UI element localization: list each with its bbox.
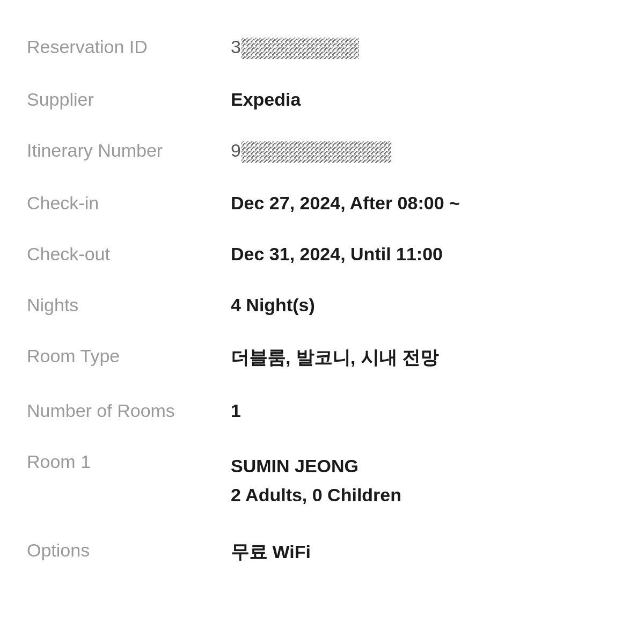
reservation-id-row: Reservation ID 3	[27, 21, 617, 74]
reservation-details-table: Reservation ID 3 Supplier Expedia Itiner…	[27, 21, 617, 580]
itinerary-number-label: Itinerary Number	[27, 125, 231, 178]
supplier-value: Expedia	[231, 74, 617, 125]
itinerary-number-value: 9	[231, 125, 617, 178]
number-of-rooms-label: Number of Rooms	[27, 385, 231, 436]
number-of-rooms-row: Number of Rooms 1	[27, 385, 617, 436]
check-out-label: Check-out	[27, 229, 231, 280]
nights-label: Nights	[27, 280, 231, 331]
options-value: 무료 WiFi	[231, 525, 617, 580]
options-row: Options 무료 WiFi	[27, 525, 617, 580]
room-type-value: 더블룸, 발코니, 시내 전망	[231, 331, 617, 385]
check-out-row: Check-out Dec 31, 2024, Until 11:00	[27, 229, 617, 280]
reservation-id-value: 3	[231, 21, 617, 74]
options-label: Options	[27, 525, 231, 580]
number-of-rooms-value: 1	[231, 385, 617, 436]
nights-value: 4 Night(s)	[231, 280, 617, 331]
check-in-value: Dec 27, 2024, After 08:00 ~	[231, 178, 617, 229]
room-1-row: Room 1 SUMIN JEONG 2 Adults, 0 Children	[27, 436, 617, 525]
reservation-id-redacted: 3	[231, 36, 359, 59]
room-1-value: SUMIN JEONG 2 Adults, 0 Children	[231, 436, 617, 525]
redacted-overlay-long	[241, 141, 391, 163]
supplier-label: Supplier	[27, 74, 231, 125]
supplier-row: Supplier Expedia	[27, 74, 617, 125]
check-in-row: Check-in Dec 27, 2024, After 08:00 ~	[27, 178, 617, 229]
check-in-label: Check-in	[27, 178, 231, 229]
reservation-id-label: Reservation ID	[27, 21, 231, 74]
room-1-guest-name: SUMIN JEONG	[231, 451, 606, 480]
redacted-overlay	[241, 38, 359, 59]
nights-row: Nights 4 Night(s)	[27, 280, 617, 331]
room-1-guest-count: 2 Adults, 0 Children	[231, 480, 606, 509]
room-1-details: SUMIN JEONG 2 Adults, 0 Children	[231, 451, 606, 510]
room-type-row: Room Type 더블룸, 발코니, 시내 전망	[27, 331, 617, 385]
room-1-label: Room 1	[27, 436, 231, 525]
room-type-label: Room Type	[27, 331, 231, 385]
check-out-value: Dec 31, 2024, Until 11:00	[231, 229, 617, 280]
itinerary-number-row: Itinerary Number 9	[27, 125, 617, 178]
itinerary-redacted: 9	[231, 140, 391, 163]
